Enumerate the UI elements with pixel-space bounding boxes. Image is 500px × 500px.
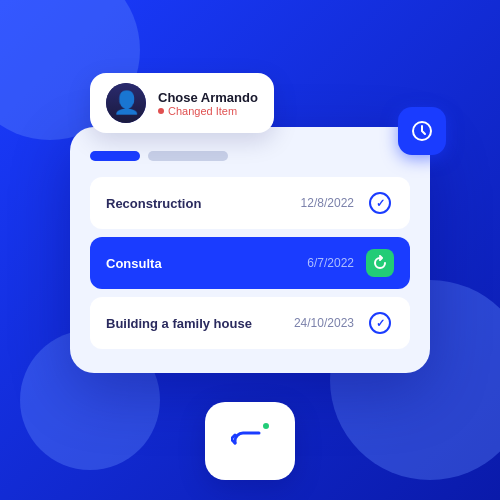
row-icon-check [366, 309, 394, 337]
main-card: Chose Armando Changed Item Reconstructio… [70, 127, 430, 373]
status-text: Changed Item [168, 105, 237, 117]
bar-item-1 [90, 151, 140, 161]
bar-item-2 [148, 151, 228, 161]
row-date: 12/8/2022 [301, 196, 354, 210]
row-date-active: 6/7/2022 [307, 256, 354, 270]
check-circle-icon [369, 192, 391, 214]
notification-dot [261, 421, 271, 431]
status-dot [158, 108, 164, 114]
row-icon-refresh [366, 249, 394, 277]
row-label: Reconstruction [106, 196, 301, 211]
table-row[interactable]: Reconstruction 12/8/2022 [90, 177, 410, 229]
bottom-return-card[interactable] [205, 402, 295, 480]
table-area: Reconstruction 12/8/2022 Consulta 6/7/20… [90, 177, 410, 349]
row-icon-check [366, 189, 394, 217]
avatar [106, 83, 146, 123]
avatar-image [106, 83, 146, 123]
clock-button[interactable] [398, 107, 446, 155]
check-circle-icon [369, 312, 391, 334]
row-date: 24/10/2023 [294, 316, 354, 330]
row-label: Building a family house [106, 316, 294, 331]
table-row-active[interactable]: Consulta 6/7/2022 [90, 237, 410, 289]
user-notification-popup: Chose Armando Changed Item [90, 73, 274, 133]
top-bar [90, 151, 410, 161]
user-status: Changed Item [158, 105, 258, 117]
return-icon-wrap [231, 425, 269, 457]
clock-icon [410, 119, 434, 143]
user-info: Chose Armando Changed Item [158, 90, 258, 117]
refresh-icon [372, 255, 388, 271]
row-label-active: Consulta [106, 256, 307, 271]
user-name: Chose Armando [158, 90, 258, 105]
table-row[interactable]: Building a family house 24/10/2023 [90, 297, 410, 349]
